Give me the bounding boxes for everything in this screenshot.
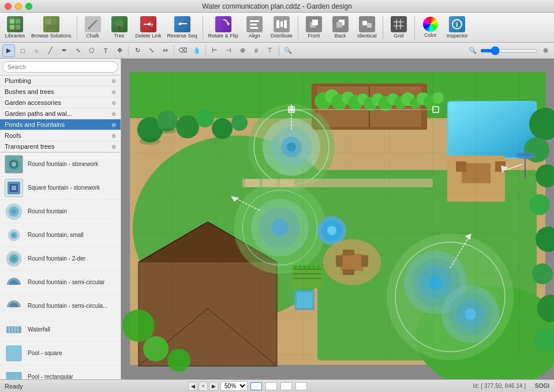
ortho-tool[interactable]: ⊤ [264,44,276,57]
window-controls[interactable] [5,3,32,10]
toolbar-back[interactable]: Back [328,15,353,40]
text-tool[interactable]: T [99,44,112,57]
add-page-btn[interactable]: + [199,382,208,391]
eyedrop-tool[interactable]: 💧 [190,44,203,57]
category-ponds[interactable]: Ponds and Fountains ⊖ [0,119,121,130]
toolbar-grid[interactable]: Grid [386,15,411,40]
line-tool[interactable]: ╱ [44,44,57,57]
toolbar-front[interactable]: Front [301,15,327,40]
align-left-tool[interactable]: ⊢ [208,44,221,57]
svg-point-123 [140,138,160,145]
browse-label: Browse Solutions [31,33,72,39]
category-transparent-trees[interactable]: Transparent trees ⊕ [0,141,121,152]
list-item[interactable]: Square fountain - stonework [0,176,121,200]
svg-point-119 [176,115,199,138]
item-thumbnail [5,226,23,244]
rotate-tool[interactable]: ↻ [131,44,144,57]
next-page-btn[interactable]: ▶ [209,382,218,391]
toolbar-rotate[interactable]: Rotate & Flip [206,15,241,40]
toolbar-browse[interactable]: Browse Solutions [29,15,74,40]
eraser-tool[interactable]: ⌫ [177,44,189,57]
svg-rect-2 [10,25,14,29]
toolbar-chalk[interactable]: Chalk [80,15,106,40]
rotate-label: Rotate & Flip [208,33,238,39]
category-list: Plumbing ⊕ Bushes and trees ⊕ Garden acc… [0,76,121,153]
list-item[interactable]: Round fountain - semi-circula... [0,295,121,318]
maximize-button[interactable] [25,3,32,10]
flip-tool[interactable]: ⇔ [159,44,171,57]
close-button[interactable] [5,3,12,10]
scale-tool[interactable]: ⤡ [145,44,158,57]
list-item[interactable]: Round fountain - semi-circular [0,271,121,295]
polygon-tool[interactable]: ⬠ [85,44,98,57]
toolbar-delete-link[interactable]: Delete Link [133,15,164,40]
zoom-out-btn[interactable]: 🔍 [466,44,479,57]
minimize-button[interactable] [15,3,22,10]
select-tool[interactable]: ▶ [2,44,15,57]
list-item[interactable]: Round fountain [0,200,121,224]
category-plumbing[interactable]: Plumbing ⊕ [0,76,121,86]
align-center-tool[interactable]: ⊣ [222,44,235,57]
category-bushes[interactable]: Bushes and trees ⊕ [0,86,121,97]
category-garden-paths[interactable]: Garden paths and wal... ⊕ [0,108,121,119]
window-title: Water communication plan.cddz - Garden d… [202,2,352,10]
circle-tool[interactable]: ○ [30,44,43,57]
svg-point-161 [317,265,320,269]
resize-handle[interactable]: SOGI [535,383,549,389]
category-garden-accessories[interactable]: Garden accessories ⊕ [0,97,121,108]
zoom-slider[interactable] [480,49,538,52]
pen-tool[interactable]: ✒ [58,44,70,57]
svg-point-124 [159,128,176,134]
page-thumbnail-3[interactable] [280,382,292,390]
category-roofs[interactable]: Roofs ⊕ [0,130,121,141]
svg-rect-109 [336,255,343,267]
align-label: Align [249,33,260,39]
page-thumbnail-1[interactable] [250,382,262,390]
svg-rect-22 [312,20,318,25]
canvas-area[interactable] [121,59,554,379]
svg-point-156 [294,265,297,269]
front-label: Front [308,33,320,39]
zoom-dropdown[interactable]: 50% [220,381,248,391]
toolbar-reverse[interactable]: Reverse Seq [165,15,200,40]
toolbar-align[interactable]: Align [242,15,267,40]
list-item[interactable]: Round fountain, small [0,224,121,247]
svg-rect-54 [6,372,21,379]
page-thumbnail-4[interactable] [295,382,307,390]
reverse-label: Reverse Seq [167,33,197,39]
list-item[interactable]: Waterfall [0,318,121,342]
svg-point-133 [122,310,155,342]
status-center: ◀ + ▶ 50% [32,381,463,391]
search-tool[interactable]: 🔍 [282,44,294,57]
tree-icon [111,16,128,32]
list-item[interactable]: Round fountain - stonework [0,153,121,176]
grid-snap-tool[interactable]: # [250,44,263,57]
toolbar-tree[interactable]: Tree [107,15,132,40]
page-thumbnail-2[interactable] [265,382,277,390]
prev-page-btn[interactable]: ◀ [188,382,197,391]
identical-icon [359,16,375,32]
rect-tool[interactable]: □ [16,44,29,57]
zoom-in-btn[interactable]: ⊕ [539,44,552,57]
move-tool[interactable]: ✥ [113,44,126,57]
search-input[interactable] [2,61,118,73]
distribute-icon [274,16,290,32]
bezier-tool[interactable]: ∿ [72,44,84,57]
delete-link-icon [140,16,156,32]
zoom-control: 🔍 ⊕ [466,44,552,57]
list-item[interactable]: Pool - rectangular [0,365,121,379]
item-thumbnail [5,344,23,363]
inspector-icon: i [449,16,465,32]
toolbar-distribute[interactable]: Distribute [268,15,295,40]
list-item[interactable]: Pool - square [0,342,121,365]
toolbar-color[interactable]: Color [418,16,443,40]
svg-point-120 [196,109,214,127]
list-item[interactable]: Round fountain - 2-der [0,247,121,271]
toolbar-identical[interactable]: Identical [354,15,380,40]
svg-point-44 [12,233,16,237]
svg-rect-115 [263,179,277,187]
svg-rect-102 [297,292,312,308]
toolbar-libraries[interactable]: Libraries [2,15,28,40]
snap-tool[interactable]: ⊕ [236,44,249,57]
toolbar-inspector[interactable]: i Inspector [444,15,470,40]
